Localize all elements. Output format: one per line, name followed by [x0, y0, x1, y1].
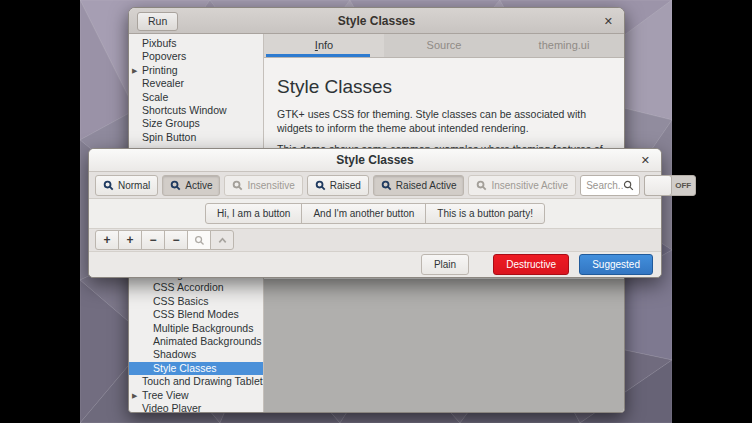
sidebar-item-label: Printing: [142, 64, 178, 76]
destructive-button[interactable]: Destructive: [493, 254, 569, 275]
sidebar-list-top: Pixbufs Popovers ▶ Printing Revealer Sca…: [129, 37, 263, 144]
sidebar-item-shortcuts-window[interactable]: Shortcuts Window: [129, 104, 263, 117]
toolbar-button-active[interactable]: Active: [162, 175, 220, 196]
dialog-titlebar[interactable]: Style Classes ✕: [89, 149, 661, 172]
remove-button[interactable]: −: [141, 230, 165, 250]
sidebar-item-pixbufs[interactable]: Pixbufs: [129, 37, 263, 50]
search-icon: [476, 180, 487, 191]
remove-button[interactable]: −: [164, 230, 188, 250]
button-label: Raised: [330, 180, 361, 191]
suggested-button[interactable]: Suggested: [579, 254, 653, 275]
sidebar-item-spin-button[interactable]: Spin Button: [129, 131, 263, 144]
toolbar-button-normal[interactable]: Normal: [95, 175, 158, 196]
linked-button-1[interactable]: Hi, I am a button: [205, 203, 302, 224]
sidebar-item-size-groups[interactable]: Size Groups: [129, 117, 263, 130]
sidebar-item-label: Tree View: [142, 389, 189, 401]
tab-label: Info: [315, 34, 333, 57]
inline-toolbar: + + − −: [89, 228, 661, 252]
search-icon: [170, 180, 181, 191]
search-button-disabled: [187, 230, 211, 250]
dialog-title: Style Classes: [89, 149, 661, 171]
linked-button-3[interactable]: This is a button party!: [425, 203, 545, 224]
search-icon: [194, 235, 205, 246]
tab-info[interactable]: Info: [264, 34, 384, 57]
expander-right-icon[interactable]: ▶: [132, 389, 137, 403]
linked-buttons-row: Hi, I am a button And I'm another button…: [89, 199, 661, 228]
search-icon: [381, 180, 392, 191]
style-classes-dialog: Style Classes ✕ Normal Active Insensitiv…: [88, 148, 662, 278]
search-input-wrap: [580, 175, 640, 196]
sidebar-item-scale[interactable]: Scale: [129, 91, 263, 104]
button-label: Raised Active: [396, 180, 457, 191]
tab-theming-ui[interactable]: theming.ui: [504, 34, 624, 57]
info-page-empty-area: [264, 279, 624, 412]
toolbar-button-insensitive-active: Insensitive Active: [468, 175, 576, 196]
sidebar-item-revealer[interactable]: Revealer: [129, 77, 263, 90]
tab-bar: Info Source theming.ui: [264, 34, 624, 58]
toolbar-button-raised[interactable]: Raised: [307, 175, 369, 196]
expander-right-icon[interactable]: ▶: [132, 64, 137, 78]
sidebar-item-tree-view[interactable]: ▶ Tree View: [129, 389, 263, 402]
linked-button-group: Hi, I am a button And I'm another button…: [205, 203, 545, 224]
search-icon: [232, 180, 243, 191]
linked-button-2[interactable]: And I'm another button: [301, 203, 426, 224]
sidebar-item-touch-and-drawing-tablets[interactable]: Touch and Drawing Tablets: [129, 375, 263, 388]
main-titlebar[interactable]: Run Style Classes ✕: [129, 8, 624, 34]
button-label: Insensitive: [247, 180, 294, 191]
tab-source[interactable]: Source: [384, 34, 504, 57]
collapse-button-disabled: [210, 230, 234, 250]
sidebar-item-shadows[interactable]: Shadows: [129, 348, 263, 361]
sidebar-item-animated-backgrounds[interactable]: Animated Backgrounds: [129, 335, 263, 348]
dialog-action-area: Plain Destructive Suggested: [89, 252, 661, 277]
button-label: Active: [185, 180, 212, 191]
page-title: Style Classes: [277, 76, 608, 98]
search-input[interactable]: [586, 180, 623, 191]
info-paragraph-1: GTK+ uses CSS for theming. Style classes…: [277, 108, 608, 136]
off-switch[interactable]: OFF: [644, 175, 696, 196]
tab-label: Source: [427, 39, 462, 51]
close-icon[interactable]: ✕: [641, 149, 650, 171]
add-button[interactable]: +: [118, 230, 142, 250]
sidebar-item-video-player[interactable]: Video Player: [129, 402, 263, 412]
sidebar-item-css-blend-modes[interactable]: CSS Blend Modes: [129, 308, 263, 321]
switch-state-label: OFF: [671, 176, 695, 196]
button-label: Normal: [118, 180, 150, 191]
sidebar-item-multiple-backgrounds[interactable]: Multiple Backgrounds: [129, 322, 263, 335]
add-button[interactable]: +: [95, 230, 119, 250]
button-label: Insensitive Active: [491, 180, 568, 191]
sidebar-item-printing[interactable]: ▶ Printing: [129, 64, 263, 77]
search-icon: [103, 180, 114, 191]
sidebar-list-bottom: ▼ Theming CSS Accordion CSS Basics CSS B…: [129, 268, 263, 412]
plain-button[interactable]: Plain: [421, 254, 469, 275]
sidebar-item-popovers[interactable]: Popovers: [129, 50, 263, 63]
chevron-up-icon: [217, 235, 228, 246]
sidebar-item-css-accordion[interactable]: CSS Accordion: [129, 281, 263, 294]
search-icon: [315, 180, 326, 191]
search-icon: [623, 180, 634, 191]
sidebar-item-css-basics[interactable]: CSS Basics: [129, 295, 263, 308]
toolbar-button-insensitive: Insensitive: [224, 175, 302, 196]
primary-toolbar: Normal Active Insensitive Raised Raised …: [89, 172, 661, 199]
main-window-title: Style Classes: [129, 8, 624, 34]
switch-handle[interactable]: [644, 175, 672, 196]
toolbar-button-raised-active[interactable]: Raised Active: [373, 175, 465, 196]
run-button[interactable]: Run: [137, 12, 178, 31]
sidebar-item-style-classes[interactable]: Style Classes: [129, 362, 263, 375]
screen: Run Style Classes ✕ Pixbufs Popovers ▶ P…: [0, 0, 752, 423]
tab-label: theming.ui: [539, 39, 590, 51]
close-icon[interactable]: ✕: [604, 8, 613, 34]
